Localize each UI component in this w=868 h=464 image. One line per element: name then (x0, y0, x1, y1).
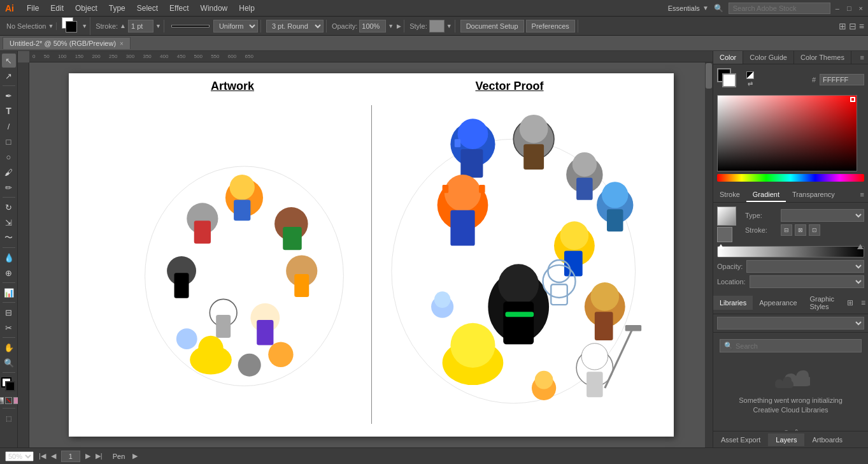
rect-tool[interactable]: □ (2, 134, 16, 149)
menu-type[interactable]: Type (104, 3, 131, 14)
gradient-stop-left[interactable] (718, 244, 724, 249)
libraries-grid-view-button[interactable]: ⊞ (844, 297, 856, 308)
pen-tool[interactable]: ✒ (2, 89, 16, 103)
distribute-icon[interactable]: ⊟ (849, 21, 857, 31)
panel-menu-icon[interactable]: ≡ (859, 21, 864, 31)
selection-dropdown-icon[interactable]: ▼ (48, 23, 53, 29)
stroke-size-select[interactable]: 3 pt. Round (266, 20, 324, 33)
tab-layers[interactable]: Layers (768, 433, 804, 446)
fill-dropdown-icon[interactable]: ▼ (82, 23, 87, 29)
ellipse-tool[interactable]: ○ (2, 150, 16, 164)
libraries-search-input[interactable] (736, 342, 857, 350)
libraries-delete-button[interactable]: 🗑 (792, 428, 801, 431)
nav-first[interactable]: |◀ (39, 452, 46, 460)
opacity-input[interactable] (359, 20, 386, 33)
scale-tool[interactable]: ⇲ (2, 215, 16, 229)
warp-tool[interactable]: 〜 (2, 231, 16, 245)
selection-tool[interactable]: ↖ (2, 54, 16, 68)
stroke-outside-button[interactable]: ⊡ (809, 224, 820, 236)
menu-file[interactable]: File (22, 3, 44, 14)
tab-transparency[interactable]: Transparency (786, 188, 841, 202)
preferences-button[interactable]: Preferences (526, 20, 575, 33)
rotate-tool[interactable]: ↻ (2, 200, 16, 214)
stroke-unit-dropdown[interactable]: ▼ (155, 23, 161, 29)
minimize-button[interactable]: – (833, 3, 842, 13)
blend-tool[interactable]: ⊕ (2, 266, 16, 280)
stroke-type-select[interactable]: Uniform (213, 20, 258, 33)
line-tool[interactable]: / (2, 119, 16, 133)
background-swatch[interactable] (722, 73, 736, 87)
menu-effect[interactable]: Effect (164, 3, 194, 14)
toolbox-stroke-swatch[interactable] (5, 381, 15, 391)
pencil-tool[interactable]: ✏ (2, 180, 16, 194)
stroke-swatch[interactable] (66, 21, 77, 33)
artboard-tool[interactable]: ⊟ (2, 305, 16, 319)
draw-mode[interactable]: ⬚ (2, 411, 16, 425)
tab-color[interactable]: Color (713, 51, 743, 64)
tool-expand-arrow[interactable]: ▶ (132, 452, 138, 460)
menu-object[interactable]: Object (70, 3, 103, 14)
color-gradient-picker[interactable] (717, 95, 857, 171)
align-icon[interactable]: ⊞ (839, 21, 846, 31)
style-swatch[interactable] (429, 20, 445, 33)
menu-edit[interactable]: Edit (45, 3, 69, 14)
direct-selection-tool[interactable]: ↗ (2, 69, 16, 83)
libraries-refresh-button[interactable]: ↺ (781, 428, 788, 431)
libraries-list-view-button[interactable]: ≡ (858, 297, 868, 308)
swap-colors-button[interactable]: ⇄ (746, 80, 754, 88)
workspace-dropdown-icon[interactable]: ▼ (702, 4, 709, 11)
tab-graphic-styles[interactable]: Graphic Styles (804, 292, 844, 314)
stroke-weight-input[interactable] (128, 20, 153, 33)
type-tool[interactable]: T (2, 104, 16, 118)
gradient-location-select[interactable] (750, 275, 864, 288)
tab-artboards[interactable]: Artboards (804, 433, 850, 446)
eyedropper-tool[interactable]: 💧 (2, 250, 16, 265)
paintbrush-tool[interactable]: 🖌 (2, 165, 16, 179)
menu-help[interactable]: Help (234, 3, 260, 14)
zoom-tool[interactable]: 🔍 (2, 356, 16, 370)
gradient-type-select[interactable] (781, 209, 864, 222)
page-number-input[interactable] (61, 451, 80, 462)
graph-tool[interactable]: 📊 (2, 286, 16, 300)
gradient-bar[interactable] (717, 246, 864, 257)
hue-strip[interactable] (717, 174, 864, 182)
hex-value-input[interactable] (820, 74, 864, 85)
gradient-preview-swatch[interactable] (717, 207, 736, 226)
gradient-secondary-swatch[interactable] (717, 227, 732, 242)
tab-color-themes[interactable]: Color Themes (794, 51, 851, 64)
close-button[interactable]: × (857, 3, 865, 13)
tab-asset-export[interactable]: Asset Export (713, 433, 768, 446)
stroke-inside-button[interactable]: ⊠ (795, 224, 806, 236)
slice-tool[interactable]: ✂ (2, 321, 16, 335)
zoom-select[interactable]: 50% (5, 451, 34, 461)
tab-stroke[interactable]: Stroke (713, 188, 746, 202)
stock-search-input[interactable] (729, 3, 830, 14)
tab-color-guide[interactable]: Color Guide (743, 51, 794, 64)
nav-prev[interactable]: ◀ (51, 452, 56, 460)
hand-tool[interactable]: ✋ (2, 340, 16, 354)
maximize-button[interactable]: □ (844, 3, 854, 13)
default-colors-button[interactable] (746, 71, 754, 79)
stroke-center-button[interactable]: ⊟ (781, 224, 792, 236)
nav-next[interactable]: ▶ (85, 452, 90, 460)
tab-close-button[interactable]: × (120, 40, 124, 47)
gradient-panel-menu[interactable]: ≡ (857, 188, 868, 202)
style-dropdown-icon[interactable]: ▼ (446, 23, 452, 29)
nav-last[interactable]: ▶| (96, 452, 103, 460)
gradient-icon[interactable] (0, 397, 4, 404)
opacity-expand-icon[interactable]: ▶ (397, 23, 401, 29)
scroll-thumb[interactable] (706, 63, 712, 89)
tab-gradient[interactable]: Gradient (746, 188, 786, 202)
menu-window[interactable]: Window (196, 3, 233, 14)
menu-select[interactable]: Select (132, 3, 163, 14)
document-setup-button[interactable]: Document Setup (460, 20, 524, 33)
vertical-scrollbar[interactable] (705, 62, 713, 447)
gradient-opacity-select[interactable] (746, 260, 864, 273)
tab-appearance[interactable]: Appearance (753, 296, 803, 310)
stroke-up-arrow[interactable]: ▲ (120, 22, 126, 29)
gradient-stop-right[interactable] (857, 244, 864, 249)
tab-libraries[interactable]: Libraries (713, 296, 753, 310)
opacity-dropdown-icon[interactable]: ▼ (388, 23, 394, 29)
document-tab[interactable]: Untitled-2* @ 50% (RGB/Preview) × (3, 37, 131, 49)
libraries-dropdown[interactable] (717, 317, 864, 330)
